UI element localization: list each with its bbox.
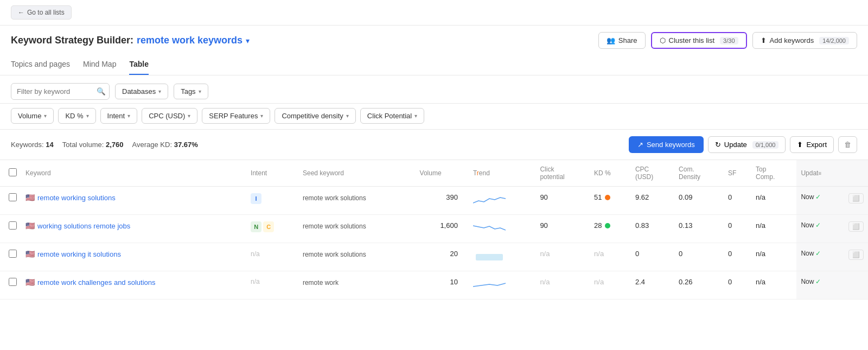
cluster-label: Cluster this list [669,36,715,44]
click-potential-cell: n/a [535,271,590,300]
tab-table[interactable]: Table [129,54,149,75]
back-label: Go to all lists [27,9,65,16]
col-cpc: CPC(USD) [631,160,674,187]
back-button[interactable]: ← Go to all lists [11,5,72,20]
update-cell: Now ✓ [796,187,844,215]
select-all-checkbox[interactable] [9,168,17,176]
col-update: Updat≡ [796,160,844,187]
add-keywords-button[interactable]: ⬆ Add keywords 14/2,000 [752,32,857,49]
keyword-text: remote work challenges and solutions [37,278,156,287]
click-potential-cell: n/a [535,243,590,271]
col-seed-keyword: Seed keyword [298,160,416,187]
cluster-icon: ⬡ [660,36,666,44]
sf-cell: 0 [724,187,751,215]
tab-topics-and-pages[interactable]: Topics and pages [11,54,70,75]
serp-chevron-icon: ▾ [260,113,263,119]
row-delete-button[interactable]: ⬜ [848,193,864,203]
volume-cell: 390 [416,187,469,215]
cpc-cell: 2.4 [631,271,674,300]
row-delete-button[interactable]: ⬜ [848,250,864,260]
refresh-icon: ↻ [715,141,721,149]
update-button[interactable]: ↻ Update 0/1,000 [708,136,786,153]
keyword-link[interactable]: 🇺🇸 working solutions remote jobs [25,221,242,230]
share-button[interactable]: 👥 Share [598,32,646,49]
arrow-left-icon: ← [18,9,24,16]
col-top-comp: TopComp. [751,160,796,187]
update-badge: 0/1,000 [752,141,779,149]
cpc-cell: 0.83 [631,215,674,243]
keyword-filter-input[interactable] [11,84,109,99]
add-kw-badge: 14/2,000 [819,37,849,44]
cpc-chevron-icon: ▾ [188,113,190,119]
table-row: 🇺🇸 remote working it solutions n/a remot… [0,243,868,271]
kd-cell: 28 [590,215,631,243]
table-row: 🇺🇸 remote working solutions I remote wor… [0,187,868,215]
seed-kw-cell: remote work solutions [298,215,416,243]
search-icon[interactable]: 🔍 [97,87,106,96]
com-density-cell: 0.09 [674,187,724,215]
col-kd: KD % [590,160,631,187]
com-density-cell: 0 [674,243,724,271]
trend-chart [473,250,506,263]
keyword-text: remote working it solutions [37,250,121,258]
intent-cell: N C [246,215,298,243]
export-button[interactable]: ⬆ Export [790,136,834,153]
update-cell: Now ✓ [796,243,844,271]
flag-icon: 🇺🇸 [25,278,35,287]
kd-dot-green [605,223,610,228]
keyword-filter-input-wrap: 🔍 [11,83,110,100]
delete-button[interactable]: 🗑 [838,136,857,153]
comp-density-chevron-icon: ▾ [346,113,349,119]
click-potential-filter[interactable]: Click Potential ▾ [360,108,424,124]
intent-badge-c: C [263,221,274,232]
title-chevron-icon[interactable]: ▾ [246,36,250,45]
keyword-text: working solutions remote jobs [37,222,130,230]
cpc-filter[interactable]: CPC (USD) ▾ [142,108,197,124]
keyword-cell: 🇺🇸 remote work challenges and solutions [21,271,246,300]
volume-filter[interactable]: Volume ▾ [11,108,54,124]
tab-mind-map[interactable]: Mind Map [83,54,116,75]
kd-filter[interactable]: KD % ▾ [58,108,95,124]
databases-chevron-icon: ▾ [158,88,161,94]
keyword-cell: 🇺🇸 working solutions remote jobs [21,215,246,243]
click-potential-cell: 90 [535,215,590,243]
top-comp-cell: n/a [751,215,796,243]
com-density-cell: 0.26 [674,271,724,300]
add-kw-label: Add keywords [770,36,814,44]
avg-kd: Average KD: 37.67% [132,141,198,149]
row-checkbox[interactable] [9,193,17,201]
table-row: 🇺🇸 remote work challenges and solutions … [0,271,868,300]
trend-chart [473,193,506,206]
volume-cell: 20 [416,243,469,271]
competitive-density-filter[interactable]: Competitive density ▾ [275,108,355,124]
keyword-link[interactable]: 🇺🇸 remote work challenges and solutions [25,278,242,287]
check-icon: ✓ [815,250,821,257]
intent-chevron-icon: ▾ [127,113,130,119]
intent-filter[interactable]: Intent ▾ [100,108,138,124]
flag-icon: 🇺🇸 [25,221,35,230]
volume-chevron-icon: ▾ [44,113,47,119]
row-checkbox[interactable] [9,221,17,230]
col-click-potential: Clickpotential [535,160,590,187]
tags-dropdown[interactable]: Tags ▾ [174,84,208,99]
serp-features-filter[interactable]: SERP Features ▾ [202,108,270,124]
click-potential-chevron-icon: ▾ [414,113,417,119]
row-checkbox[interactable] [9,278,17,286]
cluster-button[interactable]: ⬡ Cluster this list 3/30 [651,32,747,49]
trend-cell [469,187,535,215]
update-label: Update [724,141,747,149]
row-checkbox[interactable] [9,250,17,258]
send-keywords-button[interactable]: ↗ Send keywords [629,136,704,153]
databases-dropdown[interactable]: Databases ▾ [115,84,168,99]
keyword-link[interactable]: 🇺🇸 remote working solutions [25,193,242,202]
col-com-density: Com.Density [674,160,724,187]
row-delete-button[interactable]: ⬜ [848,221,864,232]
list-title-link[interactable]: remote work keywords [137,35,242,46]
sf-cell: 0 [724,215,751,243]
cluster-badge: 3/30 [720,37,738,44]
keyword-link[interactable]: 🇺🇸 remote working it solutions [25,250,242,258]
col-sf: SF [724,160,751,187]
col-intent: Intent [246,160,298,187]
kd-cell: n/a [590,243,631,271]
update-cell: Now ✓ [796,215,844,243]
